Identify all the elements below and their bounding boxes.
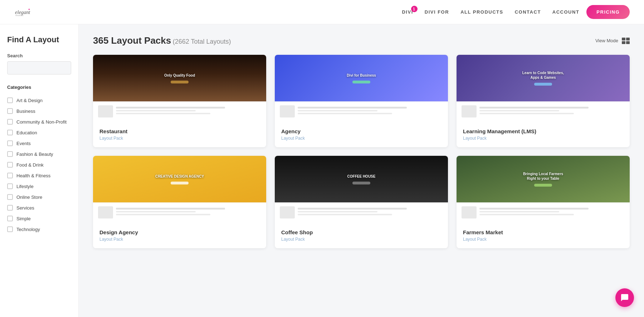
card-info-restaurant: RestaurantLayout Pack xyxy=(93,123,266,147)
card-info-coffee-shop: Coffee ShopLayout Pack xyxy=(275,224,448,248)
category-checkbox-technology[interactable] xyxy=(7,226,13,232)
card-name-restaurant: Restaurant xyxy=(99,128,260,134)
nav-item-all-products[interactable]: ALL PRODUCTS xyxy=(460,9,503,15)
category-checkbox-education[interactable] xyxy=(7,130,13,135)
category-label-art-design: Art & Design xyxy=(16,98,43,103)
card-info-agency: AgencyLayout Pack xyxy=(275,123,448,147)
card-preview-design-agency: CREATIVE DESIGN AGENCY xyxy=(93,156,266,202)
category-item-food-drink[interactable]: Food & Drink xyxy=(7,159,71,170)
content-header: 365 Layout Packs (2662 Total Layouts) Vi… xyxy=(93,35,630,46)
sidebar-title: Find A Layout xyxy=(7,35,71,44)
card-type-lms: Layout Pack xyxy=(463,136,623,141)
category-item-technology[interactable]: Technology xyxy=(7,224,71,235)
category-checkbox-simple[interactable] xyxy=(7,216,13,221)
category-item-health-fitness[interactable]: Health & Fitness xyxy=(7,170,71,181)
logo[interactable]: elegant themes ✦ xyxy=(14,4,31,21)
category-checkbox-fashion-beauty[interactable] xyxy=(7,151,13,157)
card-name-lms: Learning Management (LMS) xyxy=(463,128,623,134)
nav-item-account[interactable]: ACCOUNT xyxy=(552,9,580,15)
pricing-button[interactable]: PRICING xyxy=(586,5,630,19)
sidebar: Find A Layout Search Categories Art & De… xyxy=(0,24,79,317)
view-mode-icon[interactable] xyxy=(622,38,630,44)
category-checkbox-services[interactable] xyxy=(7,205,13,211)
card-preview-lms: Learn to Code Websites, Apps & Games xyxy=(457,55,630,101)
header: elegant themes ✦ DIVI1DIVI FORALL PRODUC… xyxy=(0,0,644,24)
category-label-online-store: Online Store xyxy=(16,194,42,200)
category-checkbox-business[interactable] xyxy=(7,108,13,114)
search-label: Search xyxy=(7,53,71,58)
total-layouts-val: (2662 Total Layouts) xyxy=(173,38,231,45)
cards-grid: Only Quality FoodRestaurantLayout PackDi… xyxy=(93,55,630,248)
category-label-services: Services xyxy=(16,205,34,211)
category-item-services[interactable]: Services xyxy=(7,202,71,213)
nav-item-divi-for[interactable]: DIVI FOR xyxy=(425,9,449,15)
category-item-fashion-beauty[interactable]: Fashion & Beauty xyxy=(7,149,71,159)
logo-icon: elegant themes ✦ xyxy=(14,4,31,21)
layout-card-restaurant[interactable]: Only Quality FoodRestaurantLayout Pack xyxy=(93,55,266,147)
card-bottom-farmers-market xyxy=(457,202,630,224)
category-item-online-store[interactable]: Online Store xyxy=(7,192,71,202)
card-bottom-coffee-shop xyxy=(275,202,448,224)
category-checkbox-events[interactable] xyxy=(7,140,13,146)
category-item-art-design[interactable]: Art & Design xyxy=(7,95,71,106)
chat-icon xyxy=(620,293,629,302)
category-checkbox-food-drink[interactable] xyxy=(7,162,13,168)
chat-button[interactable] xyxy=(615,288,634,307)
svg-text:✦: ✦ xyxy=(28,8,30,11)
card-type-agency: Layout Pack xyxy=(281,136,441,141)
main-content: 365 Layout Packs (2662 Total Layouts) Vi… xyxy=(79,24,644,317)
categories-title: Categories xyxy=(7,85,71,90)
layout-card-design-agency[interactable]: CREATIVE DESIGN AGENCYDesign AgencyLayou… xyxy=(93,156,266,248)
page-body: Find A Layout Search Categories Art & De… xyxy=(0,24,644,317)
card-type-design-agency: Layout Pack xyxy=(99,237,260,242)
category-label-technology: Technology xyxy=(16,227,40,232)
search-input[interactable] xyxy=(7,61,71,75)
svg-text:themes: themes xyxy=(15,14,24,16)
card-type-coffee-shop: Layout Pack xyxy=(281,237,441,242)
layout-card-farmers-market[interactable]: Bringing Local Farmers Right to your Tab… xyxy=(457,156,630,248)
category-checkbox-health-fitness[interactable] xyxy=(7,173,13,178)
card-info-lms: Learning Management (LMS)Layout Pack xyxy=(457,123,630,147)
card-name-coffee-shop: Coffee Shop xyxy=(281,229,441,235)
category-checkbox-art-design[interactable] xyxy=(7,97,13,103)
nav-item-contact[interactable]: CONTACT xyxy=(515,9,541,15)
view-mode-area[interactable]: View Mode xyxy=(595,38,630,44)
card-bottom-restaurant xyxy=(93,101,266,123)
category-item-education[interactable]: Education xyxy=(7,127,71,138)
category-checkbox-online-store[interactable] xyxy=(7,194,13,200)
card-type-restaurant: Layout Pack xyxy=(99,136,260,141)
category-label-business: Business xyxy=(16,109,35,114)
layout-card-coffee-shop[interactable]: COFFEE HOUSECoffee ShopLayout Pack xyxy=(275,156,448,248)
category-item-business[interactable]: Business xyxy=(7,106,71,116)
category-checkbox-lifestyle[interactable] xyxy=(7,183,13,189)
card-preview-coffee-shop: COFFEE HOUSE xyxy=(275,156,448,202)
category-label-education: Education xyxy=(16,130,37,135)
card-preview-agency: Divi for Business xyxy=(275,55,448,101)
category-label-events: Events xyxy=(16,141,31,146)
card-info-farmers-market: Farmers MarketLayout Pack xyxy=(457,224,630,248)
category-label-health-fitness: Health & Fitness xyxy=(16,173,50,178)
nav-item-divi[interactable]: DIVI1 xyxy=(402,9,413,15)
category-item-simple[interactable]: Simple xyxy=(7,213,71,224)
card-name-agency: Agency xyxy=(281,128,441,134)
category-item-lifestyle[interactable]: Lifestyle xyxy=(7,181,71,192)
category-label-lifestyle: Lifestyle xyxy=(16,184,34,189)
card-type-farmers-market: Layout Pack xyxy=(463,237,623,242)
layout-card-agency[interactable]: Divi for BusinessAgencyLayout Pack xyxy=(275,55,448,147)
category-label-simple: Simple xyxy=(16,216,31,221)
card-name-farmers-market: Farmers Market xyxy=(463,229,623,235)
categories-list: Art & DesignBusinessCommunity & Non-Prof… xyxy=(7,95,71,235)
category-item-community-non-profit[interactable]: Community & Non-Profit xyxy=(7,116,71,127)
layout-card-lms[interactable]: Learn to Code Websites, Apps & GamesLear… xyxy=(457,55,630,147)
category-checkbox-community-non-profit[interactable] xyxy=(7,119,13,125)
card-bottom-agency xyxy=(275,101,448,123)
category-label-food-drink: Food & Drink xyxy=(16,162,44,168)
view-mode-label: View Mode xyxy=(595,38,618,43)
layout-count-area: 365 Layout Packs (2662 Total Layouts) xyxy=(93,35,231,46)
card-preview-restaurant: Only Quality Food xyxy=(93,55,266,101)
card-bottom-design-agency xyxy=(93,202,266,224)
card-name-design-agency: Design Agency xyxy=(99,229,260,235)
category-item-events[interactable]: Events xyxy=(7,138,71,149)
main-nav: DIVI1DIVI FORALL PRODUCTSCONTACTACCOUNT xyxy=(402,9,579,15)
layout-count-title: 365 Layout Packs xyxy=(93,35,171,46)
